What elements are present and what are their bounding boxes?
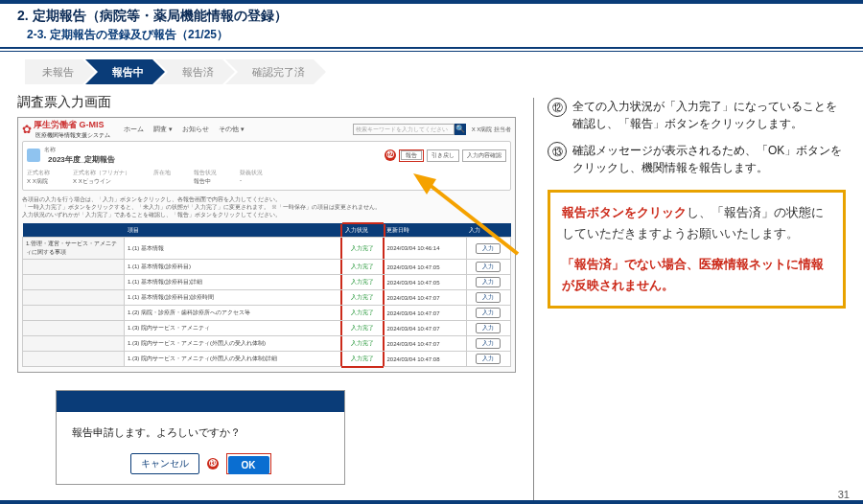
ok-button[interactable]: OK bbox=[228, 456, 269, 474]
withdraw-button[interactable]: 引き戻し bbox=[427, 149, 459, 162]
heading-3: 2-3. 定期報告の登録及び報告（21/25） bbox=[27, 27, 863, 43]
section-title: 調査票入力画面 bbox=[17, 94, 516, 111]
page-number: 31 bbox=[838, 489, 850, 500]
gmis-screenshot: ✿ 厚生労働省 G-MIS医療機関等情報支援システム ホーム調査 ▾お知らせその… bbox=[17, 117, 516, 373]
step-3: 確認完了済 bbox=[225, 59, 326, 84]
edit-button[interactable]: 入力 bbox=[476, 308, 501, 318]
nav-tab[interactable]: 調査 ▾ bbox=[153, 125, 173, 134]
search-input[interactable]: 検索キーワードを入力してください bbox=[353, 124, 455, 135]
dialog-message: 報告申請します。よろしいですか？ bbox=[72, 425, 329, 440]
step-0: 未報告 bbox=[25, 59, 95, 84]
warning-callout: 報告ボタンをクリックし、「報告済」の状態にしていただきますようお願いいたします。… bbox=[548, 190, 846, 309]
record-icon bbox=[27, 149, 40, 162]
edit-button[interactable]: 入力 bbox=[476, 354, 501, 364]
confirm-dialog: 報告申請します。よろしいですか？ キャンセル ⑬ OK bbox=[56, 390, 345, 485]
edit-button[interactable]: 入力 bbox=[476, 262, 501, 272]
nav-tab[interactable]: お知らせ bbox=[182, 125, 209, 134]
edit-button[interactable]: 入力 bbox=[476, 323, 501, 333]
badge-12: ⑫ bbox=[385, 149, 396, 161]
step-2: 報告済 bbox=[155, 59, 235, 84]
edit-button[interactable]: 入力 bbox=[476, 243, 501, 254]
instruction-list: ⑫全ての入力状況が「入力完了」になっていることを確認し、「報告」ボタンをクリック… bbox=[548, 98, 846, 176]
edit-button[interactable]: 入力 bbox=[476, 277, 501, 287]
edit-button[interactable]: 入力 bbox=[476, 338, 501, 349]
gmis-logo-icon: ✿ bbox=[22, 123, 32, 136]
confirm-input-button[interactable]: 入力内容確認 bbox=[462, 149, 506, 162]
edit-button[interactable]: 入力 bbox=[476, 292, 501, 303]
nav-tab[interactable]: その他 ▾ bbox=[219, 125, 245, 134]
search-button[interactable]: 🔍 bbox=[455, 124, 466, 135]
report-button[interactable]: 報告 bbox=[401, 150, 422, 160]
gmis-title: 厚生労働省 G-MIS bbox=[34, 120, 105, 129]
progress-stepper: 未報告報告中報告済確認完了済 bbox=[25, 59, 863, 84]
input-status-table: 項目入力状況更新日時入力1.管理・運営・サービス・アメニティに関する事項1.(1… bbox=[22, 222, 511, 368]
user-label: X X病院 担当者 bbox=[472, 126, 511, 134]
report-title: 2023年度_定期報告 bbox=[48, 154, 115, 165]
cancel-button[interactable]: キャンセル bbox=[130, 453, 199, 474]
badge-13: ⑬ bbox=[207, 458, 219, 470]
step-1: 報告中 bbox=[85, 59, 165, 84]
nav-tab[interactable]: ホーム bbox=[124, 125, 144, 134]
heading-2: 2. 定期報告（病院等・薬局機能情報の登録） bbox=[17, 8, 863, 25]
